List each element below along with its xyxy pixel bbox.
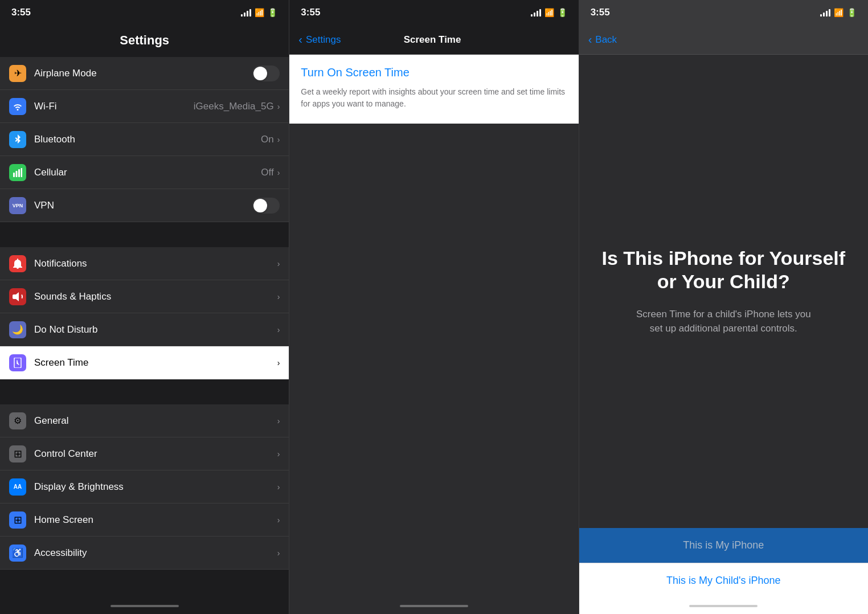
battery-icon-2: 🔋: [558, 8, 567, 17]
back-chevron-3: ‹: [588, 33, 592, 46]
airplane-mode-row[interactable]: ✈ Airplane Mode: [0, 57, 289, 90]
donotdisturb-row[interactable]: 🌙 Do Not Disturb ›: [0, 313, 289, 346]
time-3: 3:55: [591, 7, 610, 18]
home-bar-3: [689, 605, 758, 607]
settings-panel: 3:55 📶 🔋 Settings ✈ Airplane Mode Wi-Fi: [0, 0, 289, 614]
back-settings-button[interactable]: ‹ Settings: [298, 33, 341, 46]
this-is-my-iphone-button[interactable]: This is My iPhone: [579, 528, 868, 563]
cellular-icon: [9, 164, 26, 181]
bluetooth-label: Bluetooth: [34, 134, 261, 145]
sounds-chevron: ›: [277, 292, 280, 301]
divider-2: [0, 384, 289, 400]
homescreen-row[interactable]: ⊞ Home Screen ›: [0, 504, 289, 537]
svg-rect-3: [21, 168, 23, 177]
controlcenter-row[interactable]: ⊞ Control Center ›: [0, 437, 289, 470]
display-chevron: ›: [277, 482, 280, 492]
sounds-label: Sounds & Haptics: [34, 291, 277, 302]
donotdisturb-label: Do Not Disturb: [34, 324, 277, 335]
system-group: ⚙ General › ⊞ Control Center › AA Displa…: [0, 404, 289, 570]
cellular-label: Cellular: [34, 167, 261, 178]
screentime-icon: [9, 354, 26, 371]
screentime-chevron: ›: [277, 358, 280, 367]
time-2: 3:55: [301, 7, 320, 18]
screentime-nav-title: Screen Time: [341, 34, 523, 46]
panel2-body: [289, 124, 578, 598]
airplane-label: Airplane Mode: [34, 68, 250, 79]
home-bar-2: [400, 605, 468, 607]
back-settings-label: Settings: [306, 34, 341, 46]
donotdisturb-chevron: ›: [277, 325, 280, 334]
cellular-row[interactable]: Cellular Off ›: [0, 156, 289, 189]
status-bar-2: 3:55 📶 🔋: [289, 0, 578, 25]
accessibility-icon: ♿: [9, 545, 26, 562]
notifications-group: Notifications › Sounds & Haptics › 🌙 Do …: [0, 247, 289, 379]
screentime-row[interactable]: Screen Time ›: [0, 346, 289, 379]
wifi-value: iGeeks_Media_5G: [194, 101, 274, 112]
connectivity-group: ✈ Airplane Mode Wi-Fi iGeeks_Media_5G › …: [0, 57, 289, 222]
settings-title: Settings: [0, 25, 289, 52]
back-chevron-2: ‹: [298, 33, 302, 46]
display-label: Display & Brightness: [34, 481, 277, 493]
accessibility-row[interactable]: ♿ Accessibility ›: [0, 537, 289, 570]
display-row[interactable]: AA Display & Brightness ›: [0, 470, 289, 504]
homescreen-chevron: ›: [277, 515, 280, 525]
display-icon: AA: [9, 478, 26, 496]
wifi-row[interactable]: Wi-Fi iGeeks_Media_5G ›: [0, 90, 289, 123]
homescreen-label: Home Screen: [34, 514, 277, 526]
donotdisturb-icon: 🌙: [9, 321, 26, 338]
choice-description: Screen Time for a child's iPhone lets yo…: [632, 307, 814, 336]
status-bar-1: 3:55 📶 🔋: [0, 0, 289, 25]
general-chevron: ›: [277, 416, 280, 425]
wifi-icon: 📶: [255, 8, 264, 17]
signal-icon: [241, 9, 251, 17]
controlcenter-icon: ⊞: [9, 445, 26, 462]
vpn-label: VPN: [34, 200, 250, 211]
screen-time-panel: 3:55 📶 🔋 ‹ Settings Screen Time Turn On …: [289, 0, 579, 614]
divider-1: [0, 227, 289, 243]
cellular-chevron: ›: [277, 168, 280, 177]
wifi-chevron: ›: [277, 102, 280, 111]
bluetooth-icon: [9, 131, 26, 148]
this-is-my-childs-iphone-button[interactable]: This is My Child's iPhone: [579, 563, 868, 598]
status-icons-1: 📶 🔋: [241, 8, 277, 17]
notifications-row[interactable]: Notifications ›: [0, 247, 289, 280]
this-iphone-panel: 3:55 📶 🔋 ‹ Back Is This iPhone for Yours…: [579, 0, 868, 614]
cellular-value: Off: [261, 167, 273, 178]
turn-on-link[interactable]: Turn On Screen Time: [301, 66, 567, 79]
home-indicator-3: [579, 598, 868, 614]
airplane-toggle[interactable]: [252, 66, 280, 81]
back-label-3: Back: [595, 34, 617, 46]
sounds-icon: [9, 288, 26, 305]
battery-icon: 🔋: [268, 8, 277, 17]
wifi-label: Wi-Fi: [34, 101, 194, 112]
bluetooth-chevron: ›: [277, 135, 280, 144]
notifications-chevron: ›: [277, 259, 280, 268]
back-button-3[interactable]: ‹ Back: [588, 33, 617, 46]
choice-content: Is This iPhone for Yourself or Your Chil…: [579, 55, 868, 528]
home-bar-1: [110, 605, 179, 607]
status-bar-3: 3:55 📶 🔋: [579, 0, 868, 25]
nav-bar-3: ‹ Back: [579, 25, 868, 55]
signal-icon-2: [531, 9, 541, 17]
controlcenter-chevron: ›: [277, 449, 280, 459]
notifications-icon: [9, 255, 26, 272]
svg-rect-2: [18, 169, 20, 177]
vpn-icon: VPN: [9, 197, 26, 214]
accessibility-chevron: ›: [277, 548, 280, 558]
general-row[interactable]: ⚙ General ›: [0, 404, 289, 437]
status-icons-2: 📶 🔋: [531, 8, 567, 17]
bluetooth-row[interactable]: Bluetooth On ›: [0, 123, 289, 156]
airplane-icon: ✈: [9, 65, 26, 82]
homescreen-icon: ⊞: [9, 511, 26, 529]
choice-buttons: This is My iPhone This is My Child's iPh…: [579, 528, 868, 598]
vpn-row[interactable]: VPN VPN: [0, 189, 289, 222]
vpn-toggle[interactable]: [252, 198, 280, 214]
signal-icon-3: [820, 9, 830, 17]
choice-title: Is This iPhone for Yourself or Your Chil…: [597, 247, 850, 293]
wifi-icon-3: 📶: [834, 8, 844, 17]
wifi-row-icon: [9, 98, 26, 115]
controlcenter-label: Control Center: [34, 448, 277, 460]
screentime-label: Screen Time: [34, 357, 277, 369]
sounds-row[interactable]: Sounds & Haptics ›: [0, 280, 289, 313]
accessibility-label: Accessibility: [34, 547, 277, 559]
